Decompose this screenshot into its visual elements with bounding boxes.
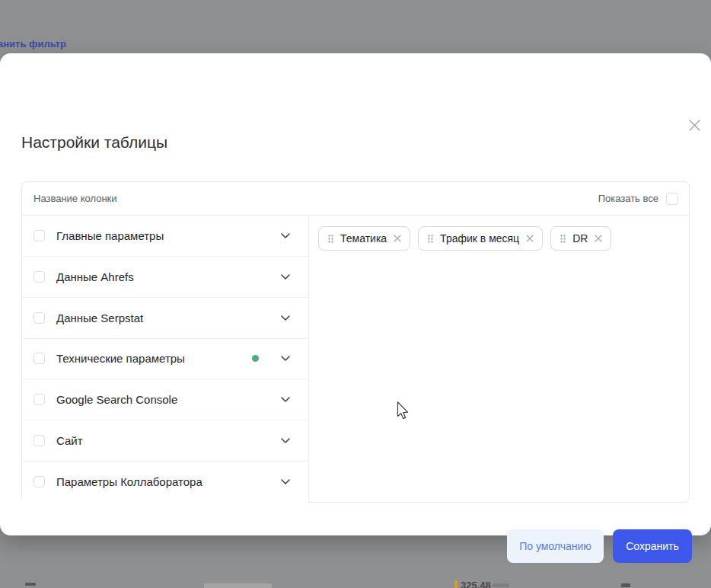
category-checkbox[interactable] — [33, 435, 45, 446]
category-checkbox[interactable] — [33, 230, 45, 241]
drag-handle-icon[interactable] — [560, 235, 566, 243]
background-save-filter-link: анить фильтр — [0, 38, 66, 50]
panel-header: Название колонки Показать все — [22, 182, 689, 216]
remove-chip-icon[interactable] — [394, 235, 401, 242]
category-row-serpstat[interactable]: Данные Serpstat — [22, 298, 308, 339]
category-label: Данные Ahrefs — [56, 270, 269, 283]
chip-label: Тематика — [340, 232, 387, 244]
category-checkbox[interactable] — [33, 476, 45, 487]
category-row-ahrefs[interactable]: Данные Ahrefs — [22, 257, 308, 298]
column-chip-dr[interactable]: DR — [550, 226, 611, 251]
chip-label: Трафик в месяц — [440, 232, 519, 244]
category-label: Данные Serpstat — [56, 312, 269, 324]
flame-icon — [454, 580, 458, 588]
show-all-label: Показать все — [598, 193, 658, 204]
category-row-technical-params[interactable]: Технические параметры — [22, 339, 308, 380]
default-button[interactable]: По умолчанию — [507, 529, 604, 563]
remove-chip-icon[interactable] — [595, 235, 602, 242]
category-label: Сайт — [56, 434, 269, 447]
status-dot — [252, 355, 259, 362]
category-checkbox[interactable] — [33, 271, 45, 283]
category-checkbox[interactable] — [33, 394, 45, 405]
chip-label: DR — [572, 232, 588, 244]
background-fragment — [621, 583, 630, 587]
chevron-down-icon[interactable] — [281, 438, 290, 443]
modal-title: Настройки таблицы — [21, 133, 167, 152]
close-icon[interactable] — [687, 117, 702, 133]
chevron-down-icon[interactable] — [281, 479, 290, 484]
column-name-header: Название колонки — [33, 193, 117, 204]
chevron-down-icon[interactable] — [281, 274, 290, 280]
drag-handle-icon[interactable] — [328, 235, 333, 243]
category-checkbox[interactable] — [33, 353, 45, 364]
chevron-down-icon[interactable] — [281, 397, 290, 402]
category-row-site[interactable]: Сайт — [22, 420, 308, 462]
table-settings-modal: Настройки таблицы Название колонки Показ… — [0, 53, 711, 535]
background-fragment — [25, 583, 36, 586]
category-label: Главные параметры — [56, 229, 269, 242]
chevron-down-icon[interactable] — [281, 233, 290, 238]
category-checkbox[interactable] — [33, 312, 45, 324]
background-fragment — [204, 583, 272, 588]
background-metric-value: 325.48 — [461, 580, 491, 588]
columns-panel: Название колонки Показать все Главные па… — [21, 181, 690, 503]
category-row-collaborator-params[interactable]: Параметры Коллаборатора — [22, 462, 308, 503]
column-chip-traffic[interactable]: Трафик в месяц — [418, 226, 543, 251]
column-chip-tematika[interactable]: Тематика — [318, 226, 410, 251]
chevron-down-icon[interactable] — [281, 356, 290, 361]
drag-handle-icon[interactable] — [428, 235, 433, 243]
category-label: Параметры Коллаборатора — [56, 475, 269, 488]
selected-columns-area: Тематика Трафик в — [309, 216, 689, 502]
category-label: Технические параметры — [56, 352, 241, 365]
chevron-down-icon[interactable] — [281, 315, 290, 321]
category-row-main-params[interactable]: Главные параметры — [22, 216, 308, 257]
category-row-google-search-console[interactable]: Google Search Console — [22, 379, 308, 420]
save-button[interactable]: Сохранить — [613, 529, 692, 563]
category-list: Главные параметры Данные Ahrefs Данные S… — [22, 216, 309, 502]
category-label: Google Search Console — [56, 393, 269, 406]
remove-chip-icon[interactable] — [526, 235, 534, 242]
show-all-control: Показать все — [598, 193, 678, 205]
show-all-checkbox[interactable] — [666, 193, 678, 205]
background-fragment — [493, 583, 509, 587]
